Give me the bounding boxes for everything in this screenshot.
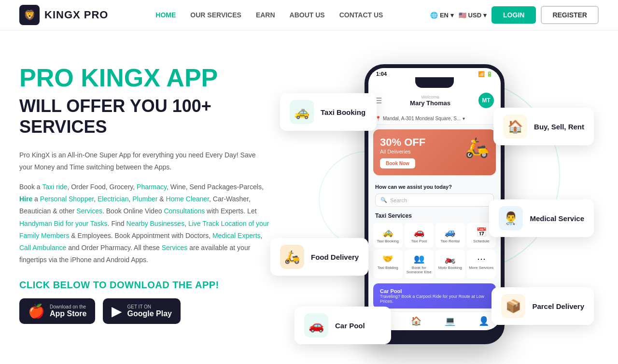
grid-taxi-pool[interactable]: 🚗 Taxi Pool <box>405 223 434 248</box>
float-card-medical: 👨‍⚕️ Medical Service <box>489 199 594 237</box>
hero-left: PRO KINGX APP WILL OFFER YOU 100+SERVICE… <box>19 55 270 324</box>
logo-icon: 🦁 <box>19 5 40 25</box>
float-card-buy: 🏠 Buy, Sell, Rent <box>493 108 594 145</box>
hero-desc-1: Pro KingX is an All-in-One Super App for… <box>19 149 270 173</box>
taxi-card-label: Taxi Booking <box>321 108 365 116</box>
chevron-down-icon: ▾ <box>463 116 465 121</box>
nav-home[interactable]: HOME <box>155 11 176 19</box>
grid-taxi-booking[interactable]: 🚕 Taxi Booking <box>373 223 403 248</box>
food-card-label: Food Delivery <box>311 253 359 261</box>
phone-banner-button[interactable]: Book Now <box>380 158 415 168</box>
carpool-card-icon: 🚗 <box>304 313 328 337</box>
delivery-person-illustration: 🛵 <box>465 136 489 159</box>
buy-card-icon: 🏠 <box>503 114 527 139</box>
main-nav: HOME OUR SERVICES EARN ABOUT US CONTACT … <box>155 11 383 19</box>
phone-header: ☰ Welcome Mary Thomas MT <box>368 88 501 113</box>
logo-text: KINGX PRO <box>44 9 108 21</box>
nav-about[interactable]: ABOUT US <box>290 11 325 19</box>
phone-status-bar: 1:04 📶 🔋 <box>368 68 501 77</box>
search-icon: 🔍 <box>380 197 387 203</box>
nav-contact[interactable]: CONTACT US <box>339 11 383 19</box>
header-extras: 🌐 EN ▾ 🇺🇸 USD ▾ LOGIN REGISTER <box>430 6 599 24</box>
grid-taxi-bidding[interactable]: 🤝 Taxi Bidding <box>373 250 403 279</box>
hero-title-teal: PRO KINGX APP <box>19 64 270 92</box>
carpool-card-label: Car Pool <box>335 322 365 330</box>
float-card-food: 🛵 Food Delivery <box>270 238 368 276</box>
phone-assist-text: How can we assist you today? <box>368 180 501 194</box>
phone-search[interactable]: 🔍 Search <box>375 194 494 207</box>
phone-banner-percent: 30% OFF <box>380 136 425 149</box>
chevron-down-icon: ▾ <box>483 12 487 19</box>
nav-earn[interactable]: EARN <box>256 11 275 19</box>
float-card-carpool: 🚗 Car Pool <box>295 307 391 344</box>
phone-notch <box>415 77 454 88</box>
hero-right: 🚕 Taxi Booking 🏠 Buy, Sell, Rent 🛵 Food … <box>270 55 599 354</box>
phone-carpool-banner: Car Pool Traveling? Book a Carpool Ride … <box>373 283 496 308</box>
float-card-parcel: 📦 Parcel Delivery <box>492 287 594 325</box>
parcel-card-icon: 📦 <box>501 294 525 318</box>
language-selector[interactable]: 🌐 EN ▾ <box>430 12 454 19</box>
register-button[interactable]: REGISTER <box>541 6 599 24</box>
phone-username: Mary Thomas <box>410 99 450 107</box>
currency-selector[interactable]: 🇺🇸 USD ▾ <box>459 12 487 19</box>
medical-card-label: Medical Service <box>530 214 584 223</box>
phone-taxi-grid: 🚕 Taxi Booking 🚗 Taxi Pool 🚙 Taxi Rental… <box>368 221 501 280</box>
phone-location: 📍 Mandal, A-301 Mondeal Square, S... ▾ <box>368 113 501 125</box>
cta-text: CLICK BELOW TO DOWNLOAD THE APP! <box>19 280 270 291</box>
phone-avatar: MT <box>478 93 494 108</box>
hero-desc-2: Book a Taxi ride, Order Food, Grocery, P… <box>19 181 270 266</box>
phone-screen: 1:04 📶 🔋 ☰ Welcome Mary Thomas M <box>368 68 501 330</box>
phone-taxi-section-title: Taxi Services <box>368 210 501 221</box>
phone-banner-subtitle: All Deliveries <box>380 149 425 154</box>
phone-notch-area <box>368 77 501 88</box>
buy-card-label: Buy, Sell, Rent <box>534 123 584 131</box>
nav-services[interactable]: OUR SERVICES <box>190 11 241 19</box>
google-play-icon: ▶ <box>112 303 122 319</box>
login-button[interactable]: LOGIN <box>492 6 536 24</box>
chevron-down-icon: ▾ <box>450 12 454 19</box>
app-store-button[interactable]: 🍎 Download on the App Store <box>19 298 95 324</box>
phone-banner: 30% OFF All Deliveries Book Now 🛵 <box>373 129 496 175</box>
google-play-button[interactable]: ▶ GET IT ON Google Play <box>103 298 180 324</box>
header: 🦁 KINGX PRO HOME OUR SERVICES EARN ABOUT… <box>0 0 618 30</box>
grid-more-services[interactable]: ⋯ More Services <box>467 250 496 279</box>
apple-icon: 🍎 <box>28 303 45 319</box>
hero-title-black: WILL OFFER YOU 100+SERVICES <box>19 96 270 137</box>
nav-screen-icon[interactable]: 💻 <box>445 316 455 326</box>
logo: 🦁 KINGX PRO <box>19 5 108 25</box>
hero-section: PRO KINGX APP WILL OFFER YOU 100+SERVICE… <box>0 30 618 364</box>
medical-card-icon: 👨‍⚕️ <box>499 206 523 230</box>
app-buttons: 🍎 Download on the App Store ▶ GET IT ON … <box>19 298 270 324</box>
food-card-icon: 🛵 <box>280 245 304 269</box>
nav-home-icon[interactable]: 🏠 <box>411 316 421 326</box>
grid-book-someone[interactable]: 👥 Book for Someone Else <box>405 250 434 279</box>
grid-moto-booking[interactable]: 🏍️ Moto Booking <box>435 250 465 279</box>
phone-greeting: Welcome <box>410 95 450 99</box>
float-card-taxi: 🚕 Taxi Booking <box>280 93 377 131</box>
grid-taxi-rental[interactable]: 🚙 Taxi Rental <box>435 223 465 248</box>
parcel-card-label: Parcel Delivery <box>532 302 584 310</box>
taxi-card-icon: 🚕 <box>290 100 314 124</box>
phone-mockup: 1:04 📶 🔋 ☰ Welcome Mary Thomas M <box>365 64 505 344</box>
nav-profile-icon[interactable]: 👤 <box>478 316 489 326</box>
